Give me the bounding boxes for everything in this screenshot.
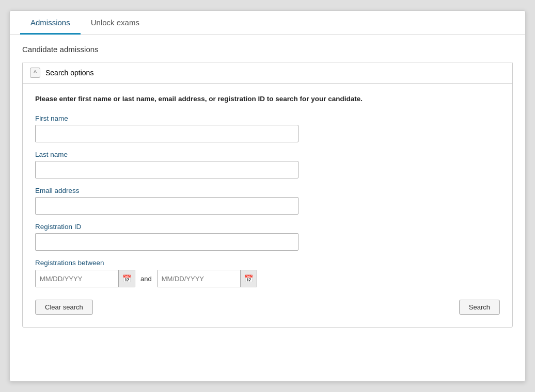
search-panel-body: Please enter first name or last name, em… [23,84,512,327]
section-title: Candidate admissions [22,45,513,54]
search-button[interactable]: Search [459,300,500,315]
first-name-input[interactable] [35,125,298,142]
date-to-input[interactable] [158,270,240,287]
last-name-input[interactable] [35,161,298,178]
date-to-calendar-button[interactable]: 📅 [240,270,257,287]
search-options-label: Search options [45,69,93,77]
first-name-group: First name [35,115,500,142]
search-description: Please enter first name or last name, em… [35,94,500,104]
reg-id-group: Registration ID [35,223,500,251]
date-from-calendar-button[interactable]: 📅 [118,270,135,287]
search-panel: ^ Search options Please enter first name… [22,62,513,328]
chevron-up-icon: ^ [30,68,40,78]
tab-unlock-exams[interactable]: Unlock exams [81,11,150,35]
and-label: and [140,275,152,283]
tab-bar: Admissions Unlock exams [10,11,525,35]
email-input[interactable] [35,197,298,215]
reg-id-input[interactable] [35,233,298,251]
reg-id-label: Registration ID [35,223,500,231]
date-to-wrap: 📅 [157,270,257,287]
date-range-group: Registrations between 📅 and 📅 [35,259,500,287]
email-group: Email address [35,187,500,215]
first-name-label: First name [35,115,500,122]
date-from-input[interactable] [36,270,118,287]
main-content: Candidate admissions ^ Search options Pl… [10,35,525,338]
last-name-group: Last name [35,151,500,178]
actions-row: Clear search Search [35,300,500,315]
date-range-label: Registrations between [35,259,500,267]
main-window: Admissions Unlock exams Candidate admiss… [9,10,526,382]
clear-search-button[interactable]: Clear search [35,300,93,315]
tab-admissions[interactable]: Admissions [20,11,81,35]
date-from-wrap: 📅 [35,270,135,287]
search-panel-header[interactable]: ^ Search options [23,62,512,84]
email-label: Email address [35,187,500,194]
last-name-label: Last name [35,151,500,158]
date-range-row: 📅 and 📅 [35,270,500,287]
